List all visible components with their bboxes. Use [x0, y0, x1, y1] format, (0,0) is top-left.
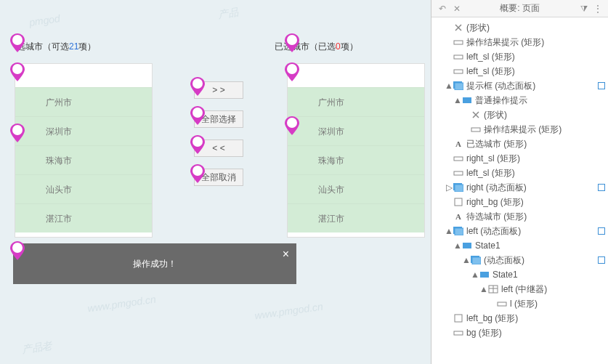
list-item[interactable]: 深圳市	[15, 116, 152, 145]
tree-row[interactable]: left_sl (矩形)	[431, 166, 608, 180]
tree-row[interactable]: ▲普通操作提示	[431, 93, 608, 108]
widget-icon	[453, 328, 463, 338]
tree-label: 操作结果提示 (矩形)	[466, 36, 544, 49]
widget-icon	[453, 81, 463, 91]
outline-tree[interactable]: (形状)操作结果提示 (矩形)left_sl (矩形)left_sl (矩形)▲…	[431, 17, 608, 364]
annotation-marker: 9	[285, 62, 299, 81]
filter-icon[interactable]: ⧩	[580, 4, 588, 14]
svg-rect-26	[455, 83, 463, 90]
svg-rect-30	[454, 171, 463, 175]
tree-row[interactable]: ▲left (中继器)	[431, 282, 608, 296]
tree-row[interactable]: ▲State1	[431, 267, 608, 282]
svg-rect-28	[471, 128, 480, 132]
widget-icon	[497, 299, 507, 309]
svg-rect-33	[455, 198, 462, 206]
list-item[interactable]: 珠海市	[15, 145, 152, 174]
svg-rect-32	[455, 185, 463, 192]
list-item[interactable]: 广州市	[288, 87, 424, 116]
tree-row[interactable]: A已选城市 (矩形)	[431, 137, 608, 151]
widget-icon	[462, 95, 472, 105]
toast: 操作成功！ ×	[13, 243, 296, 284]
list-item[interactable]: 珠海市	[288, 145, 424, 174]
more-icon[interactable]: ⋮	[593, 4, 602, 14]
widget-icon	[453, 23, 463, 33]
tree-row[interactable]: left_sl (矩形)	[431, 64, 608, 78]
tree-row[interactable]: right_bg (矩形)	[431, 195, 608, 209]
toast-message: 操作成功！	[133, 258, 177, 270]
tree-toggle-icon[interactable]: ▲	[462, 255, 471, 265]
tree-label: right (动态面板)	[466, 182, 527, 194]
visibility-toggle[interactable]	[598, 227, 605, 235]
list-item[interactable]: 汕头市	[15, 174, 152, 203]
svg-text:5: 5	[195, 108, 200, 116]
panel-header: ↶ ✕ 概要: 页面 ⧩ ⋮	[431, 0, 608, 17]
available-list[interactable]: 广州市深圳市珠海市汕头市湛江市	[15, 63, 153, 238]
svg-rect-27	[463, 97, 471, 103]
visibility-toggle[interactable]	[598, 184, 605, 191]
tree-toggle-icon[interactable]: ▲	[445, 81, 453, 91]
tree-label: left_sl (矩形)	[466, 51, 515, 63]
widget-icon	[471, 110, 481, 120]
tree-row[interactable]: left_bg (矩形)	[431, 311, 608, 325]
widget-icon: A	[453, 211, 463, 222]
visibility-toggle[interactable]	[598, 82, 605, 89]
design-canvas: pmgod 产品 www.pmgod.cn www.pmgod.cn 产品老 选…	[0, 0, 431, 364]
annotation-marker: 3	[10, 124, 25, 142]
tree-row[interactable]: ▲State1	[431, 238, 608, 253]
tree-row[interactable]: (形状)	[431, 20, 608, 35]
tree-label: left (动态面板)	[466, 225, 521, 238]
selected-list[interactable]: 广州市深圳市珠海市汕头市湛江市	[287, 63, 425, 238]
tree-row[interactable]: A待选城市 (矩形)	[431, 209, 608, 224]
tree-label: 已选城市 (矩形)	[466, 138, 527, 150]
svg-rect-44	[455, 315, 462, 322]
tree-row[interactable]: left_sl (矩形)	[431, 49, 608, 64]
tree-label: State1	[493, 270, 518, 280]
widget-icon	[462, 240, 472, 251]
svg-text:11: 11	[13, 243, 22, 251]
widget-icon	[471, 124, 481, 134]
visibility-toggle[interactable]	[598, 256, 605, 264]
tree-toggle-icon[interactable]: ▲	[445, 226, 453, 236]
tree-label: left_sl (矩形)	[466, 65, 515, 78]
tree-toggle-icon[interactable]: ▲	[453, 240, 462, 251]
widget-icon	[453, 37, 463, 47]
widget-icon	[453, 153, 463, 163]
tree-toggle-icon[interactable]: ▷	[445, 182, 453, 193]
tree-toggle-icon[interactable]: ▲	[471, 270, 479, 280]
toast-close-icon[interactable]: ×	[283, 248, 289, 261]
annotation-marker: 11	[10, 241, 25, 260]
tree-label: (形状)	[466, 22, 490, 34]
tree-row[interactable]: bg (矩形)	[431, 325, 608, 340]
list-item[interactable]: 湛江市	[15, 203, 152, 232]
list-item[interactable]: 广州市	[15, 87, 152, 116]
tree-row[interactable]: ▲提示框 (动态面板)	[431, 78, 608, 93]
widget-icon	[453, 52, 463, 62]
tree-row[interactable]: ▷right (动态面板)	[431, 180, 608, 195]
svg-rect-24	[454, 70, 463, 73]
svg-rect-36	[463, 243, 471, 248]
undo-icon[interactable]: ↶	[439, 4, 446, 14]
tree-label: 普通操作提示	[475, 94, 527, 107]
tree-row[interactable]: (形状)	[431, 108, 608, 122]
list-item[interactable]: 深圳市	[288, 116, 424, 145]
widget-icon	[471, 255, 481, 265]
tree-row[interactable]: ▲left (动态面板)	[431, 224, 608, 238]
tree-row[interactable]: l (矩形)	[431, 296, 608, 311]
tree-row[interactable]: ▲(动态面板)	[431, 253, 608, 267]
close-icon[interactable]: ✕	[453, 4, 461, 14]
tree-row[interactable]: right_sl (矩形)	[431, 151, 608, 166]
svg-text:8: 8	[290, 36, 294, 44]
svg-text:9: 9	[290, 65, 294, 73]
svg-rect-23	[454, 55, 463, 59]
annotation-marker: 4	[190, 77, 205, 96]
annotation-marker: 10	[285, 116, 299, 135]
tree-row[interactable]: 操作结果提示 (矩形)	[431, 122, 608, 137]
annotation-marker: 7	[190, 164, 205, 183]
list-item[interactable]: 湛江市	[288, 203, 424, 232]
tree-toggle-icon[interactable]: ▲	[453, 95, 462, 105]
tree-toggle-icon[interactable]: ▲	[479, 284, 488, 294]
widget-icon	[453, 226, 463, 236]
svg-rect-39	[480, 272, 489, 278]
list-item[interactable]: 汕头市	[288, 174, 424, 203]
tree-row[interactable]: 操作结果提示 (矩形)	[431, 35, 608, 49]
